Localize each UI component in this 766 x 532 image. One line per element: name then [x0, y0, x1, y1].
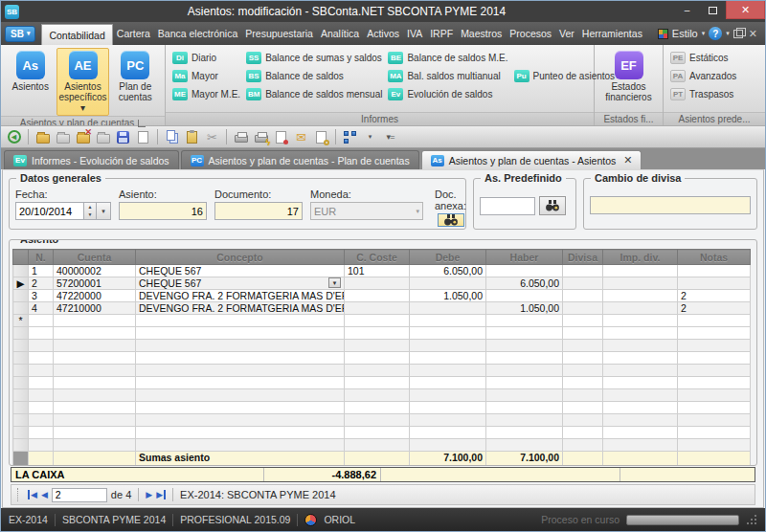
- menu-item-banca-electronica[interactable]: Banca electrónica: [154, 22, 241, 45]
- fecha-calendar-dropdown[interactable]: ▾: [97, 202, 111, 220]
- empty-cell[interactable]: [410, 327, 486, 340]
- concepto-dropdown-icon[interactable]: ▼: [328, 277, 341, 288]
- empty-cell[interactable]: [54, 414, 136, 427]
- empty-cell[interactable]: [603, 340, 678, 352]
- cell-imp-div[interactable]: [603, 290, 678, 302]
- empty-cell[interactable]: [29, 389, 54, 402]
- traspasos-button[interactable]: PTTraspasos: [670, 85, 736, 103]
- avanzados-button[interactable]: PAAvanzados: [670, 67, 736, 85]
- cancel-edit-button[interactable]: [134, 128, 152, 146]
- empty-cell[interactable]: [563, 427, 603, 439]
- cell-divisa[interactable]: [563, 315, 603, 327]
- toolbar-dropdown-button[interactable]: ▾: [361, 128, 379, 146]
- save-button[interactable]: [114, 128, 132, 146]
- row-selector[interactable]: [13, 302, 29, 315]
- cut-button[interactable]: ✂: [203, 128, 221, 146]
- empty-cell[interactable]: [345, 402, 410, 414]
- empty-cell[interactable]: [563, 352, 603, 365]
- cell-debe[interactable]: [410, 302, 486, 315]
- tab-plan-de-cuentas[interactable]: PC Asientos y plan de cuentas - Plan de …: [181, 150, 419, 169]
- cell-concepto[interactable]: [136, 315, 345, 327]
- empty-cell[interactable]: [678, 389, 751, 402]
- empty-cell[interactable]: [29, 414, 54, 427]
- menu-item-irpf[interactable]: IRPF: [426, 22, 457, 45]
- menu-item-presupuestaria[interactable]: Presupuestaria: [241, 22, 317, 45]
- empty-cell[interactable]: [563, 340, 603, 352]
- empty-cell[interactable]: [603, 389, 678, 402]
- bal-saldos-multianual-button[interactable]: MABal. saldos multianual: [388, 67, 507, 85]
- empty-cell[interactable]: [486, 340, 563, 352]
- empty-cell[interactable]: [603, 414, 678, 427]
- cell-imp-div[interactable]: [603, 302, 678, 315]
- menu-item-iva[interactable]: IVA: [403, 22, 426, 45]
- col-header-divisa[interactable]: Divisa: [563, 250, 603, 265]
- cell-divisa[interactable]: [563, 265, 603, 277]
- cell-debe[interactable]: [410, 277, 486, 290]
- cell-divisa[interactable]: [563, 290, 603, 302]
- cell-debe[interactable]: 1.050,00: [410, 290, 486, 302]
- empty-cell[interactable]: [678, 439, 751, 452]
- report-button[interactable]: [272, 128, 290, 146]
- balance-saldos-button[interactable]: BSBalance de saldos: [246, 67, 382, 85]
- duplicate-record-button[interactable]: [94, 128, 112, 146]
- tab-asientos[interactable]: As Asientos y plan de cuentas - Asientos…: [421, 150, 642, 169]
- col-header-c-coste[interactable]: C. Coste: [345, 250, 410, 265]
- row-selector[interactable]: [13, 290, 29, 302]
- cell-concepto[interactable]: DEVENGO FRA. 2 FORMATGERIA MAS D'ER: [136, 302, 345, 315]
- cell-divisa[interactable]: [563, 302, 603, 315]
- empty-cell[interactable]: [563, 365, 603, 377]
- cell-cuenta[interactable]: 57200001: [54, 277, 136, 290]
- edit-record-button[interactable]: [54, 128, 72, 146]
- cell-notas[interactable]: 2: [678, 302, 751, 315]
- empty-cell[interactable]: [486, 414, 563, 427]
- cell-haber[interactable]: [486, 290, 563, 302]
- empty-cell[interactable]: [345, 365, 410, 377]
- empty-cell[interactable]: [29, 377, 54, 389]
- copy-button[interactable]: [163, 128, 181, 146]
- asiento-input[interactable]: [119, 202, 207, 220]
- empty-cell[interactable]: [136, 414, 345, 427]
- empty-cell[interactable]: [136, 377, 345, 389]
- row-selector[interactable]: [13, 265, 29, 277]
- empty-cell[interactable]: [29, 427, 54, 439]
- empty-cell[interactable]: [345, 439, 410, 452]
- cell-n[interactable]: 4: [29, 302, 54, 315]
- tab-evolucion-de-saldos[interactable]: Ev Informes - Evolución de saldos: [4, 150, 179, 169]
- cell-debe[interactable]: 6.050,00: [410, 265, 486, 277]
- mayor-button[interactable]: MaMayor: [172, 67, 240, 85]
- empty-cell[interactable]: [486, 439, 563, 452]
- empty-cell[interactable]: [29, 439, 54, 452]
- dialog-launcher-icon[interactable]: [138, 120, 146, 127]
- balance-saldos-mensual-button[interactable]: BMBalance de saldos mensual: [246, 85, 382, 103]
- minimize-ribbon-button[interactable]: ▾=: [381, 128, 399, 146]
- empty-cell[interactable]: [136, 327, 345, 340]
- menu-item-activos[interactable]: Activos: [363, 22, 403, 45]
- cell-c-coste[interactable]: [345, 302, 410, 315]
- empty-cell[interactable]: [136, 402, 345, 414]
- back-button[interactable]: ◄: [5, 128, 23, 146]
- previous-record-button[interactable]: ◀: [41, 490, 48, 499]
- empty-cell[interactable]: [678, 377, 751, 389]
- col-header-debe[interactable]: Debe: [410, 250, 486, 265]
- estados-financieros-button[interactable]: EF Estados financieros: [602, 48, 656, 105]
- empty-cell[interactable]: [345, 427, 410, 439]
- cell-cuenta[interactable]: [54, 315, 136, 327]
- empty-cell[interactable]: [603, 327, 678, 340]
- empty-cell[interactable]: [410, 414, 486, 427]
- cell-divisa[interactable]: [563, 277, 603, 290]
- empty-cell[interactable]: [410, 377, 486, 389]
- empty-cell[interactable]: [563, 439, 603, 452]
- mayor-me-button[interactable]: MEMayor M.E.: [172, 85, 240, 103]
- empty-cell[interactable]: [678, 327, 751, 340]
- asientos-especificos-button[interactable]: AE Asientos específicos ▾: [56, 48, 108, 116]
- empty-cell[interactable]: [29, 402, 54, 414]
- as-predefinido-search-button[interactable]: [539, 196, 566, 215]
- empty-cell[interactable]: [486, 327, 563, 340]
- empty-cell[interactable]: [603, 377, 678, 389]
- diario-button[interactable]: DiDiario: [172, 49, 240, 67]
- col-header-haber[interactable]: Haber: [486, 250, 563, 265]
- empty-cell[interactable]: [345, 340, 410, 352]
- col-header-notas[interactable]: Notas: [678, 250, 751, 265]
- cell-debe[interactable]: [410, 315, 486, 327]
- empty-cell[interactable]: [345, 352, 410, 365]
